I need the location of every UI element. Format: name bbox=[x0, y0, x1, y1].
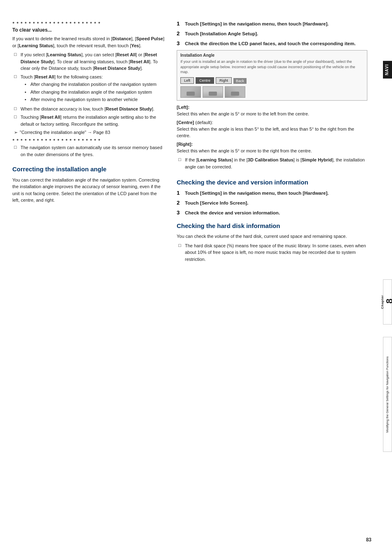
checking-step-2-number: 2 bbox=[177, 200, 185, 206]
step-3-content: Check the direction the LCD panel faces,… bbox=[185, 40, 367, 47]
step-2-content: Touch [Installation Angle Setup]. bbox=[185, 30, 367, 37]
bullet-icon-cal: □ bbox=[178, 157, 185, 170]
clear-intro-text: If you want to delete the learned result… bbox=[12, 35, 164, 49]
arrow-note: ➢ "Correcting the installation angle" → … bbox=[14, 130, 164, 135]
bullet-calibration: □ If the [Learning Status] in the [3D Ca… bbox=[177, 157, 367, 170]
left-label-text: [Left]: bbox=[177, 105, 367, 110]
sub-bullet-3: • After moving the navigation system to … bbox=[25, 96, 164, 103]
bullet-content-1: If you select [Learning Status], you can… bbox=[21, 51, 164, 72]
angle-thumb-centre bbox=[203, 86, 223, 98]
bullet-icon-1: □ bbox=[14, 51, 21, 72]
arrow-note-text: "Correcting the installation angle" → Pa… bbox=[20, 130, 110, 135]
sub-bullet-dot-3: • bbox=[25, 96, 30, 103]
step-3: 3 Check the direction the LCD panel face… bbox=[177, 40, 367, 47]
centre-label-text: [Centre] (default): bbox=[177, 120, 367, 125]
correcting-body-text: You can correct the installation angle o… bbox=[12, 177, 164, 204]
step-1: 1 Touch [Settings] in the navigation men… bbox=[177, 21, 367, 27]
sub-bullet-2: • After changing the installation angle … bbox=[25, 89, 164, 96]
checking-step-3: 3 Check the device and version informati… bbox=[177, 210, 367, 216]
checking-step-2-content: Touch [Service Info Screen]. bbox=[185, 200, 367, 206]
checking-device-heading: Checking the device and version informat… bbox=[177, 178, 367, 187]
checking-step-3-content: Check the device and version information… bbox=[185, 210, 367, 216]
step-2-number: 2 bbox=[177, 30, 185, 37]
bullet-content-3: When the distance accuracy is low, touch… bbox=[21, 106, 164, 113]
right-description: Select this when the angle is 5° or more… bbox=[177, 147, 367, 154]
bullet-content-2: Touch [Reset All] for the following case… bbox=[21, 74, 164, 104]
sub-bullet-text-3: After moving the navigation system to an… bbox=[30, 96, 164, 103]
angle-image-box: Installation Angle If your unit is insta… bbox=[177, 50, 367, 101]
correcting-heading: Correcting the installation angle bbox=[12, 165, 164, 173]
sub-bullet-dot-2: • bbox=[25, 89, 30, 96]
centre-description: Select this when the angle is less than … bbox=[177, 126, 367, 139]
bullet-learning-status: □ If you select [Learning Status], you c… bbox=[12, 51, 164, 72]
sub-bullet-text-1: After changing the installation position… bbox=[30, 81, 164, 88]
step-2: 2 Touch [Installation Angle Setup]. bbox=[177, 30, 367, 37]
angle-image-body: If your unit is installed at an angle in… bbox=[180, 59, 364, 75]
sub-bullet-1: • After changing the installation positi… bbox=[25, 81, 164, 88]
angle-image-title: Installation Angle bbox=[180, 53, 364, 58]
back-button[interactable]: Back bbox=[233, 78, 247, 84]
angle-thumb-right bbox=[225, 86, 245, 98]
checking-step-1-content: Touch [Settings] in the navigation menu,… bbox=[185, 190, 367, 196]
right-angle-button[interactable]: Right bbox=[216, 77, 232, 84]
bullet-sensor-memory: □ The navigation system can automaticall… bbox=[12, 144, 164, 158]
step-3-number: 3 bbox=[177, 40, 185, 46]
bullet-hard-disk: □ The hard disk space (%) means free spa… bbox=[177, 242, 367, 263]
right-label-text: [Right]: bbox=[177, 142, 367, 147]
sub-bullet-dot-1: • bbox=[25, 81, 30, 88]
bullet-distance-low: □ When the distance accuracy is low, tou… bbox=[12, 106, 164, 113]
bullet-content-cal: If the [Learning Status] in the [3D Cali… bbox=[185, 157, 367, 170]
angle-buttons-row: Left Centre Right Back bbox=[180, 77, 364, 84]
bullet-content-4: Touching [Reset All] returns the install… bbox=[21, 114, 164, 127]
page-number: 83 bbox=[366, 537, 371, 543]
hard-disk-body: You can check the volume of the hard dis… bbox=[177, 233, 367, 240]
bullet-icon-hd: □ bbox=[178, 242, 185, 263]
bullet-content-5: The navigation system can automatically … bbox=[21, 144, 164, 158]
left-description: Select this when the angle is 5° or more… bbox=[177, 111, 367, 117]
sub-bullet-text-2: After changing the installation angle of… bbox=[30, 89, 164, 96]
left-angle-button[interactable]: Left bbox=[180, 77, 194, 84]
angle-thumbnails bbox=[180, 86, 364, 98]
bullet-icon-2: □ bbox=[14, 74, 21, 104]
checking-step-1: 1 Touch [Settings] in the navigation men… bbox=[177, 190, 367, 196]
angle-thumb-left bbox=[180, 86, 201, 98]
checking-step-3-number: 3 bbox=[177, 210, 185, 216]
hard-disk-heading: Checking the hard disk information bbox=[177, 222, 367, 230]
centre-angle-button[interactable]: Centre bbox=[196, 77, 214, 84]
bullet-content-hd: The hard disk space (%) means free space… bbox=[185, 242, 367, 263]
right-column: 1 Touch [Settings] in the navigation men… bbox=[173, 16, 380, 264]
checking-step-2: 2 Touch [Service Info Screen]. bbox=[177, 200, 367, 206]
clear-values-title: To clear values... bbox=[12, 27, 164, 33]
checking-step-1-number: 1 bbox=[177, 190, 185, 196]
step-1-content: Touch [Settings] in the navigation menu,… bbox=[185, 21, 367, 27]
left-column: ● ● ● ● ● ● ● ● ● ● ● ● ● ● ● ● ● ● ● ● … bbox=[12, 16, 173, 264]
dot-divider-top: ● ● ● ● ● ● ● ● ● ● ● ● ● ● ● ● ● ● ● ● … bbox=[12, 21, 164, 25]
bullet-reset-factory: □ Touching [Reset All] returns the insta… bbox=[12, 114, 164, 127]
bullet-icon-5: □ bbox=[14, 144, 21, 158]
bullet-icon-4: □ bbox=[14, 114, 21, 127]
bullet-reset-all: □ Touch [Reset All] for the following ca… bbox=[12, 74, 164, 104]
arrow-icon: ➢ bbox=[14, 130, 20, 135]
bullet-icon-3: □ bbox=[14, 106, 21, 113]
step-1-number: 1 bbox=[177, 21, 185, 27]
dot-divider-2: ● ● ● ● ● ● ● ● ● ● ● ● ● ● ● ● ● ● ● ● … bbox=[12, 138, 164, 142]
